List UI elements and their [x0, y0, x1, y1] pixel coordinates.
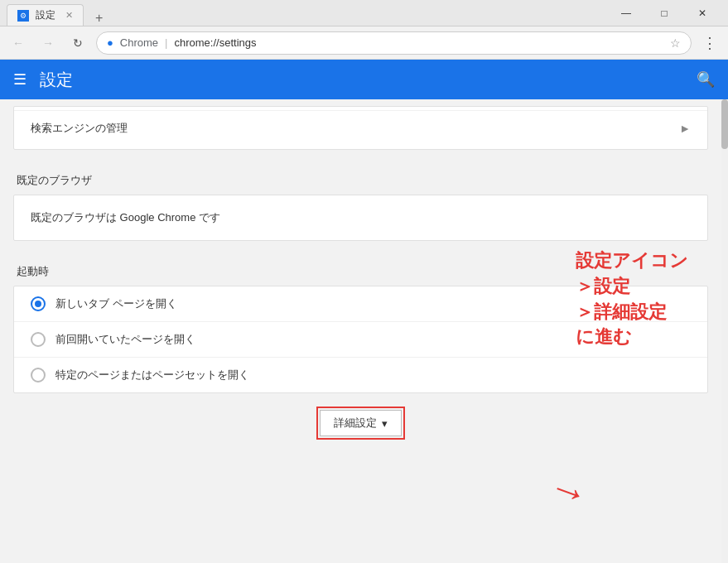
addressbar: ← → ↻ ● Chrome | chrome://settings ☆ ⋮	[0, 26, 728, 60]
tab-bar: ⚙ 設定 ✕ +	[7, 0, 607, 26]
startup-option-3-label: 特定のページまたはページセットを開く	[55, 368, 249, 383]
bookmark-icon[interactable]: ☆	[670, 36, 681, 50]
app-header: ☰ 設定 🔍	[0, 60, 728, 99]
advanced-settings-button[interactable]: 詳細設定 ▾	[320, 410, 402, 436]
search-icon[interactable]: 🔍	[697, 70, 715, 89]
maximize-button[interactable]: □	[645, 0, 683, 26]
close-button[interactable]: ✕	[683, 0, 721, 26]
annotation-arrow-icon: →	[542, 462, 595, 518]
main-content: 検索エンジンの管理 ► 既定のブラウザ 既定のブラウザは Google Chro…	[0, 99, 728, 563]
forward-button[interactable]: →	[36, 31, 60, 55]
tab-title: 設定	[36, 8, 55, 22]
manage-search-engines-item[interactable]: 検索エンジンの管理 ►	[14, 110, 707, 146]
reload-button[interactable]: ↻	[66, 31, 89, 55]
startup-card: 新しいタブ ページを開く 前回開いていたページを開く 特定のページまたはページセ…	[13, 286, 708, 393]
radio-selected-icon	[31, 296, 46, 311]
secure-icon: ●	[107, 36, 113, 49]
window-controls: — □ ✕	[607, 0, 721, 26]
startup-option-2-label: 前回開いていたページを開く	[55, 332, 195, 347]
search-engine-card: 検索エンジンの管理 ►	[13, 106, 708, 150]
radio-dot	[35, 301, 41, 307]
address-separator: |	[165, 36, 167, 49]
manage-search-engines-label: 検索エンジンの管理	[31, 121, 679, 136]
bottom-area: 詳細設定 ▾	[0, 393, 721, 445]
startup-option-1-label: 新しいタブ ページを開く	[55, 296, 177, 311]
address-url: chrome://settings	[175, 36, 257, 49]
active-tab[interactable]: ⚙ 設定 ✕	[7, 4, 84, 26]
titlebar: ⚙ 設定 ✕ + — □ ✕	[0, 0, 728, 26]
radio-unselected-icon-2	[31, 332, 46, 347]
app-title: 設定	[40, 69, 683, 91]
chrome-menu-button[interactable]: ⋮	[698, 31, 721, 55]
chrome-label: Chrome	[120, 36, 158, 49]
startup-option-1[interactable]: 新しいタブ ページを開く	[14, 286, 707, 322]
scrollbar-track[interactable]	[721, 99, 728, 563]
tab-close-btn[interactable]: ✕	[65, 10, 73, 21]
radio-unselected-icon-3	[31, 368, 46, 383]
default-browser-card: 既定のブラウザは Google Chrome です	[13, 195, 708, 241]
new-tab-button[interactable]: +	[90, 11, 108, 26]
advanced-settings-arrow-icon: ▾	[382, 417, 388, 430]
advanced-settings-label: 詳細設定	[334, 416, 377, 431]
hamburger-icon[interactable]: ☰	[13, 70, 27, 89]
manage-search-engines-arrow: ►	[679, 122, 691, 135]
default-browser-text: 既定のブラウザは Google Chrome です	[14, 199, 707, 237]
startup-section-title: 起動時	[0, 254, 721, 286]
startup-option-2[interactable]: 前回開いていたページを開く	[14, 322, 707, 358]
startup-option-3[interactable]: 特定のページまたはページセットを開く	[14, 358, 707, 392]
scrollbar-thumb[interactable]	[721, 99, 728, 149]
tab-favicon: ⚙	[17, 10, 29, 22]
minimize-button[interactable]: —	[607, 0, 645, 26]
back-button[interactable]: ←	[7, 31, 30, 55]
default-browser-section-title: 既定のブラウザ	[0, 163, 721, 195]
settings-body: 検索エンジンの管理 ► 既定のブラウザ 既定のブラウザは Google Chro…	[0, 99, 721, 563]
address-box[interactable]: ● Chrome | chrome://settings ☆	[96, 31, 692, 55]
